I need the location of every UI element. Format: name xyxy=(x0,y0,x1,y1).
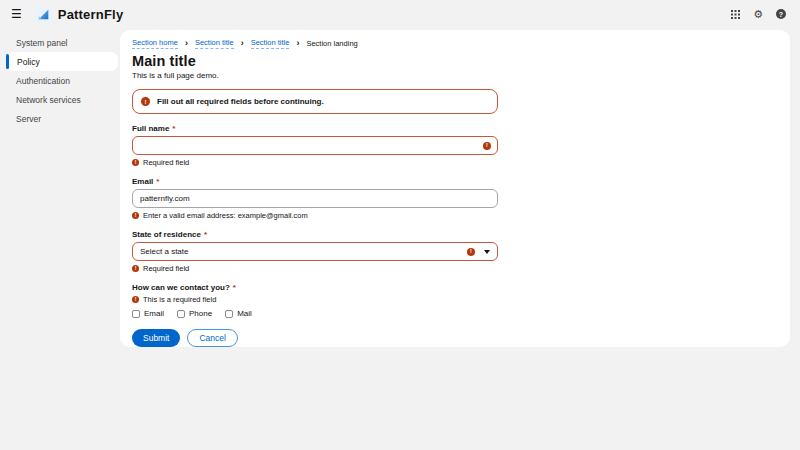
input-wrapper xyxy=(132,189,498,208)
input-wrapper xyxy=(132,136,498,155)
sidebar-item-label: Policy xyxy=(17,57,40,67)
exclamation-circle-icon xyxy=(467,248,475,256)
danger-alert: Fill out all required fields before cont… xyxy=(132,89,498,114)
breadcrumb: Section home Section title Section title… xyxy=(132,38,778,49)
page-description: This is a full page demo. xyxy=(132,71,778,80)
select-value: Select a state xyxy=(140,247,188,256)
checkbox-label: Email xyxy=(144,309,164,318)
checkbox-icon[interactable] xyxy=(132,310,140,318)
breadcrumb-link[interactable]: Section home xyxy=(132,38,178,49)
caret-down-icon xyxy=(484,250,490,254)
content-card: Section home Section title Section title… xyxy=(120,30,790,347)
sidebar-item-label: System panel xyxy=(16,38,68,48)
sidebar-item-policy[interactable]: Policy xyxy=(6,52,118,71)
field-group-email: Email * Enter a valid email address: exa… xyxy=(132,177,498,220)
state-select[interactable]: Select a state xyxy=(132,242,498,261)
sidebar: System panel Policy Authentication Netwo… xyxy=(0,28,120,450)
checkbox-phone[interactable]: Phone xyxy=(177,309,212,318)
help-button[interactable]: ? xyxy=(776,9,786,19)
sidebar-item-authentication[interactable]: Authentication xyxy=(0,71,120,90)
page-title: Main title xyxy=(132,53,778,69)
required-indicator: * xyxy=(204,230,207,239)
required-indicator: * xyxy=(156,177,159,186)
helper-row: Enter a valid email address: example@gma… xyxy=(132,211,498,220)
exclamation-circle-icon xyxy=(132,296,139,303)
field-group-contact: How can we contact you? * This is a requ… xyxy=(132,283,498,318)
masthead-actions: ⚙ ? xyxy=(731,7,786,22)
form: Fill out all required fields before cont… xyxy=(132,89,498,347)
helper-text: Required field xyxy=(143,158,189,167)
gear-icon: ⚙ xyxy=(753,9,763,20)
form-actions: Submit Cancel xyxy=(132,329,498,347)
breadcrumb-current: Section landing xyxy=(306,39,357,48)
patternfly-logo-icon xyxy=(35,6,52,23)
sidebar-item-system-panel[interactable]: System panel xyxy=(0,33,120,52)
field-label: State of residence xyxy=(132,230,201,239)
chevron-right-icon xyxy=(296,39,299,48)
helper-text: Required field xyxy=(143,264,189,273)
exclamation-circle-icon xyxy=(132,265,139,272)
checkbox-email[interactable]: Email xyxy=(132,309,164,318)
field-label-row: State of residence * xyxy=(132,230,498,239)
exclamation-circle-icon xyxy=(141,97,150,106)
checkbox-mail[interactable]: Mail xyxy=(225,309,252,318)
question-circle-icon: ? xyxy=(776,9,786,19)
helper-row: This is a required field xyxy=(132,295,498,304)
brand-name: PatternFly xyxy=(58,7,124,22)
hamburger-icon: ☰ xyxy=(11,7,22,21)
breadcrumb-link[interactable]: Section title xyxy=(251,38,290,49)
checkbox-label: Phone xyxy=(189,309,212,318)
full-name-input[interactable] xyxy=(132,136,498,155)
field-label-row: How can we contact you? * xyxy=(132,283,498,292)
nav-toggle-button[interactable]: ☰ xyxy=(9,6,24,22)
checkbox-icon[interactable] xyxy=(177,310,185,318)
field-group-state: State of residence * Select a state xyxy=(132,230,498,273)
field-label-row: Full name * xyxy=(132,124,498,133)
field-label: How can we contact you? xyxy=(132,283,230,292)
exclamation-circle-icon xyxy=(483,142,491,150)
field-label: Email xyxy=(132,177,153,186)
sidebar-item-label: Server xyxy=(16,114,41,124)
sidebar-item-label: Authentication xyxy=(16,76,70,86)
submit-button[interactable]: Submit xyxy=(132,329,180,347)
helper-row: Required field xyxy=(132,264,498,273)
required-indicator: * xyxy=(233,283,236,292)
brand-link[interactable]: PatternFly xyxy=(35,6,124,23)
breadcrumb-link[interactable]: Section title xyxy=(195,38,234,49)
email-input[interactable] xyxy=(132,189,498,208)
page-body: System panel Policy Authentication Netwo… xyxy=(0,28,800,450)
exclamation-circle-icon xyxy=(132,212,139,219)
helper-text: This is a required field xyxy=(143,295,216,304)
sidebar-item-server[interactable]: Server xyxy=(0,109,120,128)
field-label: Full name xyxy=(132,124,169,133)
chevron-right-icon xyxy=(241,39,244,48)
required-indicator: * xyxy=(172,124,175,133)
grid-icon xyxy=(731,7,740,22)
exclamation-circle-icon xyxy=(132,159,139,166)
field-label-row: Email * xyxy=(132,177,498,186)
field-group-full-name: Full name * Required field xyxy=(132,124,498,167)
checkbox-label: Mail xyxy=(237,309,252,318)
masthead: ☰ PatternFly xyxy=(0,0,800,28)
chevron-right-icon xyxy=(185,39,188,48)
alert-message: Fill out all required fields before cont… xyxy=(157,97,324,106)
sidebar-item-label: Network services xyxy=(16,95,81,105)
helper-text: Enter a valid email address: example@gma… xyxy=(143,211,308,220)
sidebar-item-network-services[interactable]: Network services xyxy=(0,90,120,109)
main-area: Section home Section title Section title… xyxy=(120,28,800,450)
checkbox-icon[interactable] xyxy=(225,310,233,318)
select-indicators xyxy=(467,248,490,256)
helper-row: Required field xyxy=(132,158,498,167)
settings-button[interactable]: ⚙ xyxy=(753,9,763,20)
cancel-button[interactable]: Cancel xyxy=(187,329,237,347)
app-root: ☰ PatternFly xyxy=(0,0,800,450)
apps-button[interactable] xyxy=(731,7,740,22)
checkbox-group: Email Phone Mail xyxy=(132,309,498,318)
